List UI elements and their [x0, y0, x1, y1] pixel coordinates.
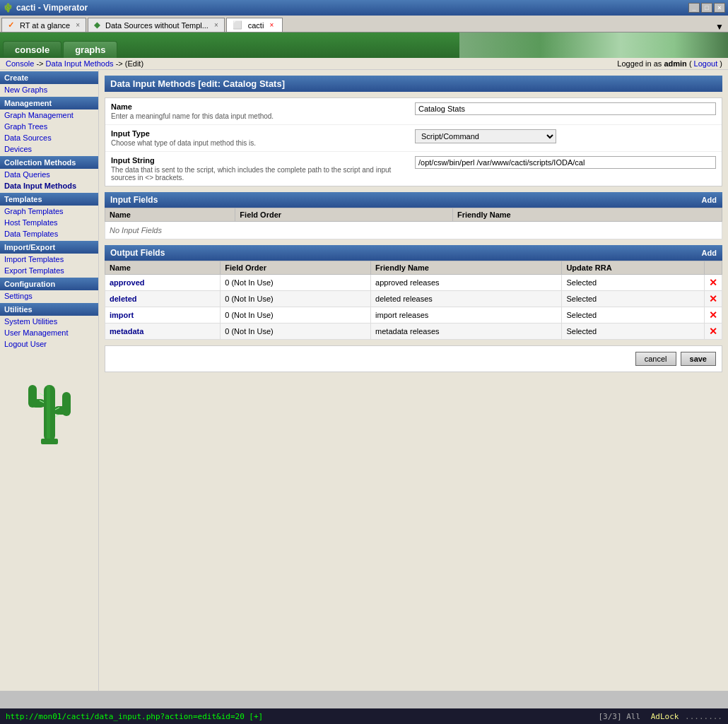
sidebar-item-host-templates[interactable]: Host Templates — [0, 217, 98, 228]
breadcrumb-bar: Console -> Data Input Methods -> (Edit) … — [0, 58, 728, 70]
sidebar-item-export-templates[interactable]: Export Templates — [0, 265, 98, 276]
sidebar-item-graph-management[interactable]: Graph Management — [0, 109, 98, 121]
output-fields-section: Output Fields Add Name Field Order Frien… — [105, 245, 722, 340]
of-delete-cell[interactable]: ✕ — [705, 291, 722, 307]
page-title-bar: Data Input Methods [edit: Catalog Stats] — [105, 76, 722, 92]
sidebar-item-user-management[interactable]: User Management — [0, 327, 98, 338]
if-col-name: Name — [105, 208, 235, 222]
output-fields-table: Name Field Order Friendly Name Update RR… — [105, 261, 722, 340]
input-string-input[interactable] — [415, 156, 716, 169]
sidebar-item-data-templates[interactable]: Data Templates — [0, 228, 98, 239]
sidebar-item-import-templates[interactable]: Import Templates — [0, 254, 98, 265]
output-field-row: metadata 0 (Not In Use) metadata release… — [105, 324, 722, 340]
tab-rt-label: RT at a glance — [20, 21, 70, 30]
delete-icon[interactable]: ✕ — [709, 309, 717, 321]
input-fields-header: Input Fields Add — [105, 192, 722, 208]
status-right: [3/3] All AdLock ........ — [598, 712, 722, 721]
tab-rt[interactable]: ✓ RT at a glance × — [1, 18, 86, 32]
of-friendly-cell: import releases — [371, 307, 562, 324]
of-delete-cell[interactable]: ✕ — [705, 275, 722, 291]
sidebar-section-collection: Collection Methods — [0, 156, 98, 169]
sidebar-item-logout-user[interactable]: Logout User — [0, 338, 98, 350]
logged-in-paren-open: ( — [689, 59, 692, 68]
sidebar-item-graph-trees[interactable]: Graph Trees — [0, 121, 98, 132]
of-rra-cell: Selected — [562, 307, 705, 324]
of-delete-cell[interactable]: ✕ — [705, 307, 722, 324]
sidebar-item-data-input-methods[interactable]: Data Input Methods — [0, 180, 98, 191]
input-type-label-col: Input Type Choose what type of data inpu… — [111, 129, 415, 147]
of-name-cell[interactable]: import — [105, 307, 221, 324]
delete-icon[interactable]: ✕ — [709, 277, 717, 288]
sidebar-section-create: Create — [0, 71, 98, 84]
cactus-favicon: 🌵 — [3, 3, 13, 13]
input-fields-table: Name Field Order Friendly Name No Input … — [105, 208, 722, 239]
sidebar-item-settings[interactable]: Settings — [0, 290, 98, 302]
of-rra-cell: Selected — [562, 275, 705, 291]
logout-link[interactable]: Logout — [694, 59, 718, 68]
logged-in-text: Logged in as — [617, 59, 664, 68]
sidebar-item-data-queries[interactable]: Data Queries — [0, 169, 98, 180]
tab-graphs[interactable]: graphs — [63, 41, 117, 58]
form-row-input-string: Input String The data that is sent to th… — [105, 152, 722, 186]
output-fields-title: Output Fields — [110, 248, 165, 258]
sidebar-item-new-graphs[interactable]: New Graphs — [0, 84, 98, 95]
delete-icon[interactable]: ✕ — [709, 293, 717, 304]
tab-cacti[interactable]: ⬜ cacti × — [226, 18, 283, 32]
sidebar-section-management: Management — [0, 97, 98, 109]
tab-datasources[interactable]: ◆ Data Sources without Templ... × — [88, 18, 225, 32]
maximize-button[interactable]: □ — [701, 3, 712, 13]
rt-icon: ✓ — [8, 20, 14, 30]
input-type-select[interactable]: Script/Command SNMP SNMP Query Script Qu… — [415, 129, 556, 143]
name-input[interactable] — [415, 102, 716, 115]
sidebar-section-configuration: Configuration — [0, 278, 98, 290]
output-fields-add-link[interactable]: Add — [702, 249, 717, 257]
close-button[interactable]: × — [714, 3, 725, 13]
cactus-logo — [0, 357, 98, 456]
of-delete-cell[interactable]: ✕ — [705, 324, 722, 340]
svg-line-10 — [55, 415, 59, 417]
tab-rt-close[interactable]: × — [76, 21, 80, 29]
window-controls[interactable]: _ □ × — [688, 3, 725, 13]
svg-rect-4 — [62, 392, 71, 416]
sidebar-item-graph-templates[interactable]: Graph Templates — [0, 206, 98, 217]
breadcrumb-sep1: -> — [36, 59, 45, 68]
delete-icon[interactable]: ✕ — [709, 326, 717, 337]
of-name-cell[interactable]: deleted — [105, 291, 221, 307]
main-layout: Create New Graphs Management Graph Manag… — [0, 70, 728, 691]
logged-in-paren-close: ) — [720, 59, 722, 68]
breadcrumb-data-input[interactable]: Data Input Methods — [46, 59, 114, 68]
input-string-desc: The data that is sent to the script, whi… — [111, 166, 415, 182]
tab-dropdown[interactable]: ▼ — [712, 22, 727, 32]
svg-rect-5 — [47, 385, 50, 441]
output-field-row: deleted 0 (Not In Use) deleted releases … — [105, 291, 722, 307]
login-status: Logged in as admin ( Logout ) — [617, 59, 722, 68]
tab-cacti-close[interactable]: × — [269, 21, 274, 29]
input-fields-add-link[interactable]: Add — [702, 196, 717, 204]
of-name-cell[interactable]: metadata — [105, 324, 221, 340]
tab-console-label: console — [15, 44, 49, 55]
breadcrumb-current: (Edit) — [125, 59, 143, 68]
sidebar: Create New Graphs Management Graph Manag… — [0, 70, 99, 691]
of-friendly-cell: approved releases — [371, 275, 562, 291]
tab-ds-close[interactable]: × — [214, 21, 218, 29]
cancel-button[interactable]: cancel — [635, 352, 676, 366]
sidebar-item-devices[interactable]: Devices — [0, 143, 98, 155]
of-rra-cell: Selected — [562, 291, 705, 307]
tab-console[interactable]: console — [3, 41, 61, 58]
sidebar-item-system-utilities[interactable]: System Utilities — [0, 316, 98, 327]
of-order-cell: 0 (Not In Use) — [221, 291, 371, 307]
main-content: Data Input Methods [edit: Catalog Stats]… — [99, 70, 728, 691]
browser-tab-bar: ✓ RT at a glance × ◆ Data Sources withou… — [0, 16, 728, 32]
breadcrumb-console[interactable]: Console — [6, 59, 34, 68]
of-name-cell[interactable]: approved — [105, 275, 221, 291]
sidebar-item-data-sources[interactable]: Data Sources — [0, 132, 98, 143]
data-input-form: Name Enter a meaningful name for this da… — [105, 97, 722, 186]
svg-line-7 — [40, 393, 44, 396]
input-string-label: Input String — [111, 156, 415, 165]
output-field-row: approved 0 (Not In Use) approved release… — [105, 275, 722, 291]
minimize-button[interactable]: _ — [688, 3, 700, 13]
output-field-row: import 0 (Not In Use) import releases Se… — [105, 307, 722, 324]
of-order-cell: 0 (Not In Use) — [221, 324, 371, 340]
name-label: Name — [111, 102, 415, 111]
save-button[interactable]: save — [681, 352, 716, 366]
